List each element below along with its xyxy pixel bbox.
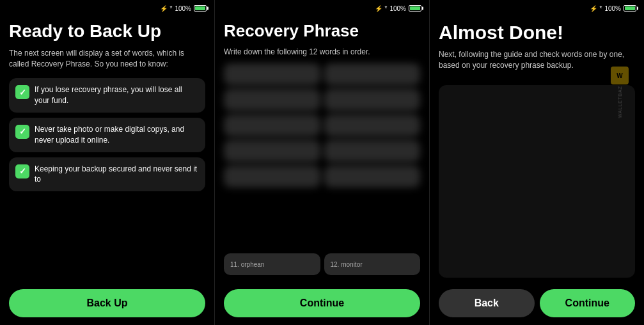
screen-2-recovery-phrase: ⚡ * 100% Recovery Phrase Write down the …: [215, 0, 430, 325]
bottom-words: 11. orphean 12. monitor: [224, 253, 420, 275]
screen1-subtitle: The next screen will display a set of wo…: [9, 48, 205, 70]
continue-button-3[interactable]: Continue: [540, 289, 636, 317]
word-pill-2: [324, 63, 421, 85]
checklist-text-2: Never take photo or make digital copys, …: [35, 124, 199, 146]
check-icon-2: [15, 125, 29, 139]
screen-3-almost-done: ⚡ * 100% Almost Done! Next, following th…: [430, 0, 644, 325]
wifi-icon-3: *: [600, 5, 602, 12]
word-pill-5: [224, 115, 320, 136]
battery-icon-3: [624, 5, 636, 12]
two-buttons: Back Continue: [439, 289, 635, 317]
status-bar-1: ⚡ * 100%: [0, 0, 214, 15]
word-pill-3: [224, 89, 320, 111]
screen1-content: Ready to Back Up The next screen will di…: [0, 15, 214, 284]
battery-icon-2: [409, 5, 421, 12]
status-icons-3: ⚡ * 100%: [590, 5, 636, 12]
word-pill-1: [224, 63, 320, 85]
battery-icon-1: [194, 5, 207, 12]
screen2-content: Recovery Phrase Write down the following…: [215, 15, 429, 284]
screen-1-ready-to-backup: ⚡ * 100% Ready to Back Up The next scree…: [0, 0, 215, 325]
checklist-item-3: Keeping your backup secured and never se…: [9, 157, 205, 192]
status-icons-1: ⚡ * 100%: [160, 5, 207, 12]
screen2-bottom: Continue: [215, 284, 429, 325]
screen3-bottom: Back Continue: [430, 284, 644, 325]
bluetooth-icon-3: ⚡: [590, 5, 597, 12]
checklist-text-1: If you lose recovery phrase, you will lo…: [35, 84, 199, 106]
checklist-item-2: Never take photo or make digital copys, …: [9, 118, 205, 152]
word-pill-8: [324, 140, 421, 162]
check-icon-3: [15, 164, 29, 178]
watermark-label: WALLETBAZ: [618, 86, 622, 118]
continue-button-2[interactable]: Continue: [224, 289, 420, 317]
battery-percent-3: 100%: [604, 5, 621, 12]
wifi-icon-2: *: [385, 5, 388, 12]
checklist-text-3: Keeping your backup secured and never se…: [35, 164, 199, 186]
screen2-title: Recovery Phrase: [224, 22, 420, 40]
screen1-bottom: Back Up: [0, 284, 214, 325]
status-bar-2: ⚡ * 100%: [215, 0, 429, 15]
backup-button[interactable]: Back Up: [9, 289, 205, 317]
back-button[interactable]: Back: [439, 289, 535, 317]
word-pill-6: [324, 115, 421, 136]
bluetooth-icon-2: ⚡: [375, 5, 382, 12]
word-11: 11. orphean: [224, 253, 320, 275]
screen2-subtitle: Write down the following 12 words in ord…: [224, 47, 420, 58]
battery-percent-2: 100%: [389, 5, 406, 12]
word-pill-4: [324, 89, 421, 111]
wifi-icon: *: [170, 5, 173, 12]
word-pill-7: [224, 140, 320, 162]
word-pill-10: [324, 166, 421, 187]
status-bar-3: ⚡ * 100%: [430, 0, 644, 15]
checklist-item-1: If you lose recovery phrase, you will lo…: [9, 78, 205, 113]
screen3-content: Almost Done! Next, following the guide a…: [430, 15, 644, 284]
checklist: If you lose recovery phrase, you will lo…: [9, 78, 205, 278]
word-grid-blurred: [224, 63, 420, 250]
watermark: W WALLETBAZ: [601, 67, 639, 118]
word-pill-9: [224, 166, 320, 187]
battery-percent-1: 100%: [175, 5, 191, 12]
status-icons-2: ⚡ * 100%: [375, 5, 421, 12]
bluetooth-icon: ⚡: [160, 5, 168, 12]
screen3-title: Almost Done!: [439, 22, 635, 43]
watermark-logo-icon: W: [617, 72, 622, 79]
word-12: 12. monitor: [324, 253, 421, 275]
screen1-title: Ready to Back Up: [9, 22, 205, 42]
check-icon-1: [15, 85, 29, 99]
